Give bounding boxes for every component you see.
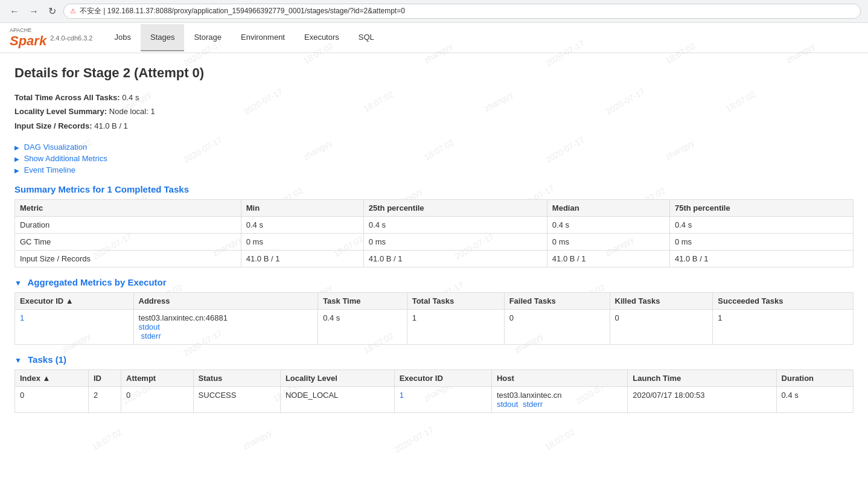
nav-storage[interactable]: Storage [184,24,231,51]
row-metric-0: Duration [15,217,241,234]
collapse-aggregated-icon[interactable]: ▼ [14,279,22,287]
executor-id-link[interactable]: 1 [20,313,24,322]
col-min: Min [241,200,363,217]
show-additional-metrics-link[interactable]: ▶ Show Additional Metrics [14,154,854,163]
collapse-tasks-icon[interactable]: ▼ [14,356,22,365]
tasks-table: Index ▲ ID Attempt Status Locality Level… [14,369,854,413]
triangle-icon-dag: ▶ [14,144,19,151]
agg-task-time: 0.4 s [318,310,407,345]
input-value: 41.0 B / 1 [94,121,128,130]
summary-metrics-header: Summary Metrics for 1 Completed Tasks [14,184,854,194]
url-bar[interactable]: ⚠ 不安全 | 192.168.11.37:8088/proxy/applica… [63,4,861,19]
task-col-4: Locality Level [280,370,394,387]
row-p75-2: 41.0 B / 1 [669,251,853,267]
row-median-2: 41.0 B / 1 [547,251,669,267]
url-text: 不安全 | 192.168.11.37:8088/proxy/applicati… [80,6,405,16]
agg-col-6: Succeeded Tasks [713,293,854,310]
input-label: Input Size / Records: [14,121,92,130]
col-median: Median [547,200,669,217]
nav-jobs[interactable]: Jobs [105,24,141,51]
agg-col-3: Total Tasks [407,293,504,310]
stderr-link-agg[interactable]: stderr [141,331,313,340]
row-p75-1: 0 ms [669,234,853,251]
row-median-0: 0.4 s [547,217,669,234]
task-stderr-link[interactable]: stderr [523,400,543,409]
agg-col-0[interactable]: Executor ID ▲ [15,293,134,310]
row-p25-2: 41.0 B / 1 [363,251,547,267]
row-metric-2: Input Size / Records [15,251,241,267]
agg-col-1: Address [133,293,318,310]
row-metric-1: GC Time [15,234,241,251]
table-row: GC Time 0 ms 0 ms 0 ms 0 ms [15,234,854,251]
browser-bar: ← → ↻ ⚠ 不安全 | 192.168.11.37:8088/proxy/a… [0,0,868,23]
task-col-6: Host [491,370,627,387]
dag-visualization-link[interactable]: ▶ DAG Visualization [14,142,854,152]
task-id: 2 [88,387,121,413]
col-metric: Metric [15,200,241,217]
row-p25-0: 0.4 s [363,217,547,234]
agg-col-5: Killed Tasks [610,293,713,310]
tasks-header: ▼ Tasks (1) [14,354,854,365]
agg-failed-tasks: 0 [504,310,610,345]
event-timeline-link[interactable]: ▶ Event Timeline [14,165,854,174]
meta-info: Total Time Across All Tasks: 0.4 s Local… [14,91,854,133]
row-median-1: 0 ms [547,234,669,251]
agg-col-4: Failed Tasks [504,293,610,310]
task-locality: NODE_LOCAL [280,387,394,413]
page-title: Details for Stage 2 (Attempt 0) [14,65,854,81]
task-status: SUCCESS [193,387,280,413]
task-col-5: Executor ID [394,370,491,387]
table-row: Input Size / Records 41.0 B / 1 41.0 B /… [15,251,854,267]
spark-name: Spark [10,33,46,48]
main-nav: Jobs Stages Storage Environment Executor… [105,24,384,51]
task-duration: 0.4 s [776,387,853,413]
task-index: 0 [15,387,89,413]
refresh-button[interactable]: ↻ [46,4,59,18]
col-p75: 75th percentile [669,200,853,217]
col-p25: 25th percentile [363,200,547,217]
stdout-link-agg[interactable]: stdout [139,322,313,331]
completed-tasks-link[interactable]: 1 Completed Tasks [107,184,189,194]
task-executor-link[interactable]: 1 [400,391,404,400]
spark-logo: APACHE Spark 2.4.0-cdh6.3.2 [10,27,93,49]
total-time-value: 0.4 s [122,93,139,102]
row-min-0: 0.4 s [241,217,363,234]
task-col-2: Attempt [121,370,193,387]
aggregated-metrics-header: ▼ Aggregated Metrics by Executor [14,277,854,287]
row-min-1: 0 ms [241,234,363,251]
agg-executor-id: 1 [15,310,134,345]
table-row: 0 2 0 SUCCESS NODE_LOCAL 1 test03.lanxin… [15,387,854,413]
task-executor-id: 1 [394,387,491,413]
agg-killed-tasks: 0 [610,310,713,345]
locality-value: Node local: 1 [109,107,155,116]
triangle-icon-metrics: ▶ [14,156,19,162]
triangle-icon-timeline: ▶ [14,167,19,174]
nav-stages[interactable]: Stages [141,24,184,51]
page-content: Details for Stage 2 (Attempt 0) Total Ti… [0,53,868,435]
task-stdout-link[interactable]: stdout [497,400,518,409]
aggregated-metrics-title: Aggregated Metrics by Executor [28,277,167,287]
forward-button[interactable]: → [27,5,41,18]
agg-address: test03.lanxintec.cn:46881 stdout stderr [133,310,318,345]
aggregated-metrics-table: Executor ID ▲ Address Task Time Total Ta… [14,292,854,345]
agg-total-tasks: 1 [407,310,504,345]
total-time-label: Total Time Across All Tasks: [14,93,120,102]
spark-version: 2.4.0-cdh6.3.2 [50,34,92,42]
nav-environment[interactable]: Environment [231,24,295,51]
agg-succeeded-tasks: 1 [713,310,854,345]
table-row: 1 test03.lanxintec.cn:46881 stdout stder… [15,310,854,345]
task-attempt: 0 [121,387,193,413]
security-icon: ⚠ [70,7,76,15]
nav-sql[interactable]: SQL [349,24,384,51]
back-button[interactable]: ← [7,5,22,18]
apache-label: APACHE [10,27,46,33]
nav-executors[interactable]: Executors [295,24,349,51]
row-min-2: 41.0 B / 1 [241,251,363,267]
task-col-7: Launch Time [628,370,776,387]
row-p25-1: 0 ms [363,234,547,251]
summary-metrics-table: Metric Min 25th percentile Median 75th p… [14,199,854,267]
table-row: Duration 0.4 s 0.4 s 0.4 s 0.4 s [15,217,854,234]
task-col-0[interactable]: Index ▲ [15,370,89,387]
task-col-3: Status [193,370,280,387]
task-col-1: ID [88,370,121,387]
